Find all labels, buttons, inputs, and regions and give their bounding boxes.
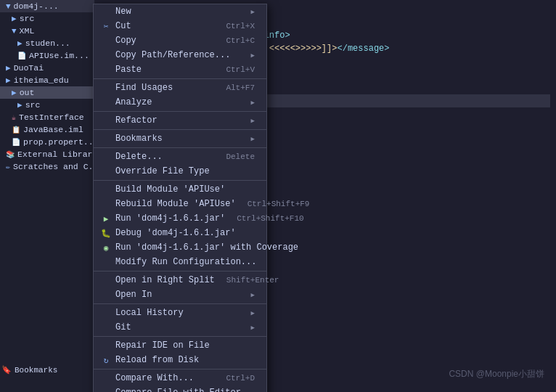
sidebar-item-src2[interactable]: ▶ src (0, 99, 94, 111)
menu-item-copypath[interactable]: Copy Path/Reference... (94, 48, 266, 62)
menu-item-cut[interactable]: ✂ Cut Ctrl+X (94, 19, 266, 33)
menu-label: Run 'dom4j-1.6.1.jar' (115, 213, 225, 224)
menu-item-copy[interactable]: Copy Ctrl+C (94, 33, 266, 48)
sidebar-item-testinterface[interactable]: ☕ TestInterface (0, 111, 94, 123)
menu-label: Copy (115, 36, 136, 46)
menu-separator-3 (94, 129, 266, 130)
menu-shortcut-openright: Shift+Enter (226, 276, 279, 285)
sidebar-item-duotai[interactable]: ▶ DuoTai (0, 62, 94, 74)
sidebar-item-apiuse[interactable]: 📄 APIUse.im... (0, 49, 94, 62)
sidebar-item-label: itheima_edu (14, 75, 69, 85)
sidebar-item-dom4j[interactable]: ▼ dom4j-... (0, 0, 94, 12)
folder-icon: ▶ (6, 75, 11, 85)
menu-item-bookmarks[interactable]: Bookmarks (94, 131, 266, 146)
sidebar-item-external[interactable]: 📚 External Librarie... (0, 148, 94, 160)
sidebar-item-javabase[interactable]: 📋 JavaBase.iml (0, 123, 94, 136)
sidebar-item-xml[interactable]: ▼ XML (0, 25, 94, 37)
folder-icon: ▶ (12, 88, 17, 97)
menu-label: Open in Right Split (115, 275, 215, 285)
menu-label: Reload from Disk (115, 355, 199, 365)
sidebar-item-src1[interactable]: ▶ src (0, 12, 94, 25)
menu-label: Build Module 'APIUse' (115, 184, 225, 195)
ext-icon: 📚 (6, 150, 15, 159)
sidebar-item-out[interactable]: ▶ out (0, 86, 94, 99)
menu-item-delete[interactable]: Delete... Delete (94, 150, 266, 164)
menu-separator-8 (94, 336, 266, 337)
menu-item-localhistory[interactable]: Local History (94, 306, 266, 320)
menu-item-git[interactable]: Git (94, 320, 266, 335)
folder-icon: ▼ (6, 2, 11, 11)
menu-item-debug[interactable]: 🐛 Debug 'dom4j-1.6.1.jar' (94, 226, 266, 240)
menu-label: Find Usages (115, 83, 173, 93)
sidebar-item-prop[interactable]: 📄 prop.propert... (0, 136, 94, 148)
sidebar-item-scratches[interactable]: ✏ Scratches and C... (0, 160, 94, 173)
file-icon: 📋 (12, 126, 20, 134)
menu-separator-9 (94, 369, 266, 369)
sidebar-item-label: out (20, 88, 35, 97)
menu-item-compare[interactable]: Compare With... Ctrl+D (94, 371, 266, 385)
sidebar-item-student[interactable]: ▶ studen... (0, 37, 94, 49)
menu-label: Override File Type (115, 166, 210, 176)
sidebar-item-label: APIUse.im... (29, 51, 89, 60)
folder-icon: ▶ (12, 14, 17, 23)
menu-label: Debug 'dom4j-1.6.1.jar' (115, 228, 236, 238)
watermark: CSDN @Moonpie小甜饼 (449, 368, 544, 380)
menu-separator-7 (94, 303, 266, 304)
menu-item-overridetype[interactable]: Override File Type (94, 164, 266, 179)
menu-label: Bookmarks (115, 134, 163, 144)
menu-shortcut-rebuild: Ctrl+Shift+F9 (248, 200, 310, 208)
menu-shortcut-delete: Delete (226, 152, 255, 161)
menu-label: Paste (115, 65, 142, 75)
menu-item-reload[interactable]: ↻ Reload from Disk (94, 353, 266, 367)
menu-separator-2 (94, 111, 266, 112)
menu-item-refactor[interactable]: Refactor (94, 113, 266, 128)
menu-label: Cut (115, 21, 131, 31)
sidebar-item-label: XML (20, 26, 35, 36)
menu-item-openright[interactable]: Open in Right Split Shift+Enter (94, 273, 266, 287)
menu-shortcut-compare: Ctrl+D (226, 374, 255, 383)
menu-label: Modify Run Configuration... (115, 257, 256, 267)
menu-label: Compare File with Editor (115, 388, 241, 392)
menu-item-run[interactable]: ▶ Run 'dom4j-1.6.1.jar' Ctrl+Shift+F10 (94, 211, 266, 226)
menu-item-paste[interactable]: Paste Ctrl+V (94, 62, 266, 77)
sidebar-item-label: DuoTai (14, 63, 44, 73)
menu-separator-4 (94, 147, 266, 148)
menu-separator-6 (94, 271, 266, 271)
menu-item-analyze[interactable]: Analyze (94, 95, 266, 110)
menu-label: Analyze (115, 97, 152, 107)
cut-icon: ✂ (101, 22, 111, 31)
menu-item-compareEditor[interactable]: Compare File with Editor (94, 385, 266, 392)
menu-label: Open In (115, 290, 152, 300)
menu-shortcut-paste: Ctrl+V (226, 65, 255, 74)
menu-item-new[interactable]: New (94, 4, 266, 19)
menu-item-modifyrun[interactable]: Modify Run Configuration... (94, 255, 266, 269)
menu-item-coverage[interactable]: ◉ Run 'dom4j-1.6.1.jar' with Coverage (94, 240, 266, 255)
menu-label: Local History (115, 308, 184, 318)
menu-item-openin[interactable]: Open In (94, 287, 266, 302)
menu-separator-5 (94, 180, 266, 181)
sidebar-item-label: TestInterface (19, 113, 84, 122)
sidebar-item-label: studen... (25, 38, 70, 48)
debug-icon: 🐛 (101, 229, 111, 238)
prop-icon: 📄 (12, 138, 20, 147)
menu-item-build[interactable]: Build Module 'APIUse' (94, 182, 266, 197)
sidebar-item-label: Scratches and C... (13, 162, 94, 171)
menu-shortcut-copy: Ctrl+C (226, 36, 255, 45)
menu-item-rebuild[interactable]: Rebuild Module 'APIUse' Ctrl+Shift+F9 (94, 197, 266, 211)
menu-item-findusages[interactable]: Find Usages Alt+F7 (94, 81, 266, 95)
java-icon: ☕ (12, 113, 16, 122)
sidebar-item-itheima[interactable]: ▶ itheima_edu (0, 74, 94, 86)
sidebar-item-label: JavaBase.iml (23, 125, 83, 134)
bookmarks-text: Bookmarks (15, 366, 57, 375)
menu-label: Refactor (115, 115, 158, 126)
bookmarks-label[interactable]: 🔖 Bookmarks (1, 365, 57, 375)
folder-icon: ▶ (17, 38, 23, 48)
menu-label: Git (115, 322, 131, 332)
sidebar-item-label: src (25, 100, 41, 110)
menu-item-repairide[interactable]: Repair IDE on File (94, 338, 266, 353)
menu-label: Delete... (115, 152, 163, 162)
reload-icon: ↻ (101, 356, 111, 365)
sidebar: ▼ dom4j-... ▶ src ▼ XML ▶ studen... 📄 AP… (0, 0, 94, 392)
menu-shortcut-run: Ctrl+Shift+F10 (237, 214, 303, 223)
menu-shortcut-find: Alt+F7 (226, 83, 255, 92)
